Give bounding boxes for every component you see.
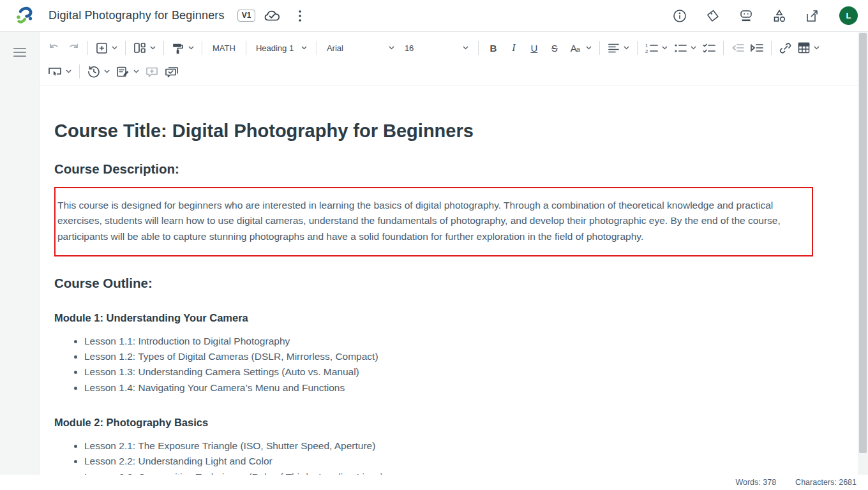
list-item: Lesson 1.2: Types of Digital Cameras (DS… [84,349,813,364]
info-icon[interactable] [671,7,689,25]
word-count: Words: 378 [735,478,776,487]
underline-button[interactable]: U [524,40,544,56]
chevron-down-icon [389,46,394,50]
divider [125,41,126,55]
share-icon[interactable] [804,7,821,25]
version-badge[interactable]: V1 [237,10,256,22]
avatar[interactable]: L [839,6,858,25]
redo-button[interactable] [64,40,83,56]
paint-roller-menu-button[interactable] [168,39,197,57]
topbar-right-actions: L [671,6,858,25]
paragraph-style-select[interactable]: Heading 1 [251,40,312,57]
outdent-button[interactable] [728,40,747,56]
workspace: MATH Heading 1 Arial 16 B I U [0,32,868,475]
list-item: Lesson 1.3: Understanding Camera Setting… [84,364,813,380]
vertical-scrollbar[interactable] [858,32,868,475]
undo-button[interactable] [45,40,64,56]
list-item: Lesson 2.3: Composition Techniques (Rule… [84,470,813,475]
bullet-list-menu-button[interactable] [671,40,700,56]
id-card-icon[interactable] [737,7,755,25]
app-logo-icon [15,6,34,26]
highlighted-description-paragraph[interactable]: This course is designed for beginners wh… [54,187,813,256]
table-menu-button[interactable] [795,40,823,56]
divider [163,41,164,55]
statusbar: Words: 378 Characters: 2681 [0,475,868,490]
paragraph-style-value: Heading 1 [256,43,294,53]
chevron-down-icon [814,46,819,50]
divider [637,41,638,55]
indent-button[interactable] [747,40,767,56]
divider [478,41,479,55]
text-case-menu-button[interactable]: Aa [565,40,595,56]
bold-button[interactable]: B [483,40,504,56]
scrollbar-thumb[interactable] [859,33,867,453]
document-canvas[interactable]: Course Title: Digital Photography for Be… [40,86,858,475]
cloud-check-icon[interactable] [263,7,281,25]
chevron-down-icon [133,70,139,73]
document-title: Digital Photography for Beginners [49,9,225,22]
comment-add-button[interactable] [142,63,161,80]
strikethrough-button[interactable]: S [544,40,565,56]
list-item: Lesson 2.2: Understanding Light and Colo… [84,454,813,469]
topbar: Digital Photography for Beginners V1 [0,0,868,32]
list-item: Lesson 1.1: Introduction to Digital Phot… [84,334,813,349]
kebab-menu-icon[interactable] [291,7,309,25]
font-size-value: 16 [405,43,414,53]
editor-toolbar: MATH Heading 1 Arial 16 B I U [40,32,858,86]
math-button[interactable]: MATH [207,40,241,57]
font-size-select[interactable]: 16 [400,40,474,57]
select-area-menu-button[interactable] [45,64,75,79]
module-1-heading: Module 1: Understanding Your Camera [54,312,813,324]
list-item: Lesson 1.4: Navigating Your Camera’s Men… [84,380,813,396]
chevron-down-icon [112,46,117,50]
italic-button[interactable]: I [504,40,524,56]
align-menu-button[interactable] [604,40,632,56]
svg-text:2: 2 [645,48,648,54]
layout-menu-button[interactable] [130,39,159,57]
chevron-down-icon [104,70,110,73]
divider [246,41,246,55]
history-menu-button[interactable] [84,63,113,80]
divider [723,41,724,55]
course-description-heading: Course Description: [54,161,813,177]
divider [599,41,600,55]
divider [87,41,88,55]
course-outline-heading: Course Outline: [54,276,813,291]
shapes-icon[interactable] [770,7,788,25]
font-family-select[interactable]: Arial [322,40,400,57]
chevron-down-icon [624,46,629,50]
toc-burger-icon[interactable] [13,46,27,59]
left-rail [0,32,40,475]
tag-icon[interactable] [704,7,722,25]
divider [771,41,772,55]
module-1-lesson-list: Lesson 1.1: Introduction to Digital Phot… [54,334,813,396]
insert-menu-button[interactable] [93,40,121,57]
chevron-down-icon [301,46,307,50]
svg-text:1: 1 [645,43,648,48]
chevron-down-icon [586,46,592,50]
toolbar-row-2 [45,60,853,83]
numbered-list-menu-button[interactable]: 1 2 [642,40,671,56]
divider [202,41,202,55]
notes-menu-button[interactable] [113,63,142,80]
editor-pane: MATH Heading 1 Arial 16 B I U [40,32,858,475]
course-title-heading: Course Title: Digital Photography for Be… [54,119,813,142]
chevron-down-icon [188,46,194,50]
checklist-button[interactable] [700,40,719,56]
font-family-value: Arial [327,43,343,53]
module-2-lesson-list: Lesson 2.1: The Exposure Triangle (ISO, … [54,438,813,475]
divider [317,41,317,55]
character-count: Characters: 2681 [795,478,857,487]
chevron-down-icon [463,46,468,50]
chevron-down-icon [662,46,668,50]
divider [79,64,80,78]
chevron-down-icon [150,46,156,50]
list-item: Lesson 2.1: The Exposure Triangle (ISO, … [84,438,813,454]
module-2-heading: Module 2: Photography Basics [54,417,813,429]
toolbar-row-1: MATH Heading 1 Arial 16 B I U [45,36,853,60]
chevron-down-icon [66,70,71,73]
comments-check-button[interactable] [161,63,182,80]
chevron-down-icon [691,46,696,50]
link-button[interactable] [776,40,795,57]
